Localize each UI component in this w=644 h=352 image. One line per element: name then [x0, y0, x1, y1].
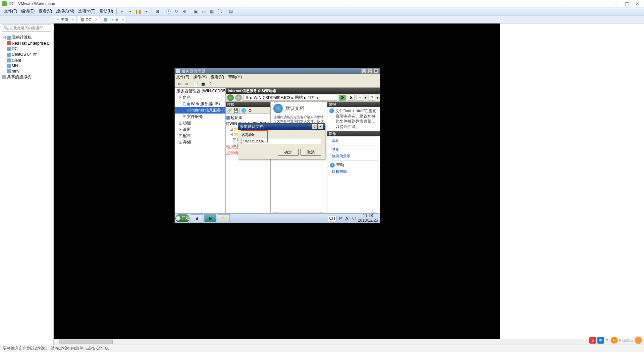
close-icon[interactable]: ✕ — [121, 18, 124, 21]
name-input[interactable] — [241, 138, 321, 144]
scrollbar[interactable] — [54, 339, 644, 345]
menu-view[interactable]: 查看(V) — [37, 8, 54, 15]
vm-canvas[interactable]: 服务器管理器 _ ▢ ✕ 文件(F) 操作(A) 查看(V) 帮助(H) ⬅ ➡… — [54, 24, 644, 345]
tree-item[interactable]: Red Hat Enterprise L — [1, 41, 53, 46]
power-on-icon[interactable]: ▶ — [119, 8, 125, 15]
tree-shared[interactable]: 共享的虚拟机 — [1, 74, 53, 80]
pools-icon[interactable]: ⚙ — [247, 108, 253, 113]
connections-toolbar: 🔗 💾 🌐 ⚙ — [226, 107, 270, 114]
action-revert[interactable]: 恢复为父项 — [327, 153, 380, 159]
taskbar-item[interactable]: 🖥 — [191, 214, 203, 222]
tree-features[interactable]: +功能 — [175, 120, 225, 126]
menu-file[interactable]: 文件(F) — [176, 74, 189, 80]
dropdown-icon[interactable]: ▾ — [143, 8, 150, 15]
close-button[interactable]: ✕ — [373, 69, 379, 74]
snapshot-icon[interactable]: ⊞ — [154, 8, 161, 15]
help-button[interactable]: ? — [312, 124, 317, 129]
brand-icon[interactable] — [635, 337, 642, 344]
start-button[interactable]: 开始 — [175, 214, 190, 222]
layout-icon[interactable]: ▣ — [192, 8, 199, 15]
refresh-icon[interactable]: ⟳ — [339, 95, 346, 101]
menu-tabs[interactable]: 选项卡(T) — [76, 8, 97, 15]
pause-icon[interactable]: ❚❚ — [135, 8, 142, 15]
tree-file-service[interactable]: +文件服务 — [175, 114, 225, 120]
tree-root[interactable]: 服务器管理器 (WIN-C8DD599EJC — [175, 88, 225, 94]
ok-button[interactable]: 确定 — [278, 149, 299, 156]
refresh-icon[interactable]: ↻ — [173, 8, 180, 15]
dialog-titlebar[interactable]: 添加默认文档 ? ✕ — [238, 124, 325, 130]
start-page[interactable]: 起始页 — [226, 115, 270, 121]
close-icon[interactable]: ✕ — [95, 18, 98, 21]
menu-help[interactable]: 帮助(H) — [98, 8, 115, 15]
home-icon[interactable]: ⌂ — [357, 95, 363, 101]
tab-home[interactable]: ⌂主页✕ — [54, 16, 77, 23]
save-icon[interactable]: 💾 — [233, 108, 238, 113]
tree-item[interactable]: CentOS 64 位 — [1, 51, 53, 58]
smile-icon[interactable]: ☺ — [611, 337, 618, 344]
menu-view[interactable]: 查看(V) — [211, 74, 224, 80]
unity-icon[interactable]: ▭ — [200, 8, 207, 15]
search-input[interactable] — [10, 26, 56, 30]
tree-item[interactable]: MN — [1, 63, 53, 69]
close-button[interactable]: ✕ — [635, 1, 639, 6]
feature-pane: 默认文档 使用此功能指定当客户端未请求特定文件名时返回的默认文件。按优先级...… — [271, 102, 327, 223]
clock[interactable]: 11:18 2018/12/26 — [358, 214, 378, 222]
menu-edit[interactable]: 编辑(E) — [19, 8, 37, 15]
help-icon[interactable]: ? — [207, 81, 213, 87]
refresh-icon[interactable]: ▦ — [200, 81, 206, 87]
minimize-button[interactable]: — — [614, 1, 619, 6]
action-online-help[interactable]: 联机帮助 — [327, 169, 380, 175]
minimize-button[interactable]: _ — [361, 69, 367, 74]
manage-icon[interactable]: ⚙ — [181, 8, 188, 15]
menu-action[interactable]: 操作(A) — [193, 74, 207, 80]
thumbnail-icon[interactable]: ▤ — [227, 8, 234, 15]
tree-storage[interactable]: +存储 — [175, 139, 225, 145]
tray-icon[interactable]: 🛡 — [352, 216, 356, 221]
action-add[interactable]: 添加... — [327, 138, 380, 144]
breadcrumb[interactable]: 🖥▸ WIN-C8DD599EJC3▸ 网站▸ TPT▸ — [243, 95, 337, 101]
action-disable[interactable]: 禁用 — [327, 146, 380, 153]
tree-web-server[interactable]: −Web 服务器(IIS) — [175, 101, 225, 107]
connect-icon[interactable]: 🔗 — [227, 108, 232, 113]
dropdown-icon[interactable]: ▾ — [127, 8, 133, 15]
tree-item[interactable]: mnv — [1, 69, 53, 74]
back-icon[interactable]: ← — [227, 94, 234, 101]
tree-item[interactable]: DC — [1, 46, 53, 51]
tree-config[interactable]: +配置 — [175, 133, 225, 139]
properties-icon[interactable]: 📄 — [193, 81, 199, 87]
stop-icon[interactable]: ✖ — [348, 95, 355, 101]
help-icon[interactable]: ? — [369, 95, 375, 101]
action-help[interactable]: ?帮助 — [327, 162, 380, 169]
sites-icon[interactable]: 🌐 — [241, 108, 246, 113]
search-box[interactable]: 🔍 ▼ — [2, 24, 51, 32]
menu-vm[interactable]: 虚拟机(M) — [54, 8, 76, 15]
tab-dc[interactable]: DC✕ — [78, 16, 100, 23]
maximize-button[interactable]: ▢ — [367, 69, 373, 74]
taskbar-item[interactable]: ▶ — [204, 214, 216, 222]
taskbar-item[interactable]: 📁 — [218, 214, 230, 222]
tray-icon[interactable]: 🏳 — [339, 216, 343, 221]
tab-client[interactable]: client✕ — [101, 16, 126, 23]
maximize-button[interactable]: ▢ — [625, 1, 629, 6]
forward-icon[interactable]: ➡ — [183, 81, 190, 87]
sogou-icon[interactable]: S — [589, 337, 596, 344]
forward-icon[interactable]: → — [235, 94, 242, 101]
tree-my-computer[interactable]: −我的计算机 — [1, 34, 53, 41]
menu-help[interactable]: 帮助(H) — [228, 74, 242, 80]
language-indicator[interactable]: CH — [328, 216, 337, 221]
close-icon[interactable]: ✕ — [72, 18, 74, 21]
ime-lang-icon[interactable]: 中 — [597, 337, 604, 344]
close-button[interactable]: ✕ — [318, 124, 323, 129]
console-icon[interactable]: ▦ — [208, 8, 215, 15]
tree-roles[interactable]: −角色 — [175, 94, 225, 101]
cancel-button[interactable]: 取消 — [301, 149, 321, 156]
fullscreen-icon[interactable]: ⛶ — [216, 8, 223, 15]
back-icon[interactable]: ⬅ — [176, 81, 182, 87]
tray-icon[interactable]: 🔊 — [345, 216, 350, 221]
clock-icon[interactable]: 🕐 — [165, 8, 172, 15]
tree-diag[interactable]: +诊断 — [175, 126, 225, 133]
menu-file[interactable]: 文件(F) — [2, 8, 19, 15]
tree-iis[interactable]: Internet 信息服务 (I — [175, 107, 225, 114]
tree-item[interactable]: client — [1, 58, 53, 63]
window-titlebar[interactable]: 服务器管理器 _ ▢ ✕ — [175, 68, 380, 74]
